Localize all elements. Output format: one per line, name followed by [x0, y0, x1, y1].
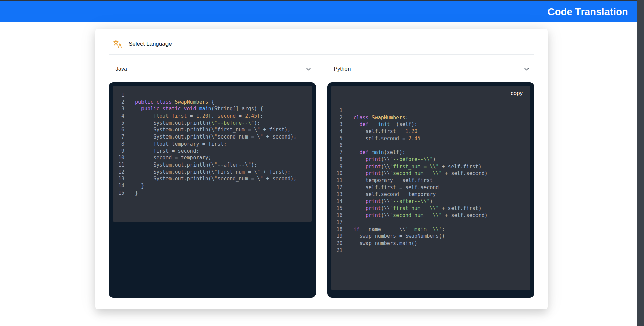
code-token: self.second = temporary [354, 191, 436, 197]
code-token [354, 212, 366, 218]
code-line: 1 [118, 92, 309, 99]
line-number: 3 [336, 121, 343, 128]
code-token: swap_numbers = SwapNumbers() [354, 233, 445, 239]
code-line: 16 print(\\"second_num = \\" + self.seco… [336, 212, 527, 219]
code-token: print [366, 212, 381, 218]
code-token [354, 205, 366, 211]
source-code-area[interactable]: 12public class SwapNumbers {3 public sta… [113, 86, 312, 222]
line-number: 18 [336, 226, 343, 233]
line-number: 5 [336, 135, 343, 142]
code-token [196, 106, 199, 112]
target-language-select[interactable]: Python [327, 62, 535, 75]
code-token: System.out.println(\"second_num = \" + s… [135, 134, 297, 140]
source-language-value: Java [115, 66, 127, 72]
code-token: "second_num = \\" [390, 212, 442, 218]
code-token: (self): [396, 121, 417, 127]
code-token: System.out.println(\"second_num = \" + s… [135, 176, 297, 182]
code-line: 7 System.out.println(\"second_num = \" +… [118, 133, 309, 141]
code-token: 1.20f [196, 113, 211, 119]
line-number: 6 [336, 142, 343, 149]
code-token: if [354, 226, 360, 232]
code-line: 10 print(\\"second_num = \\" + self.seco… [336, 170, 527, 177]
code-token: public static void [141, 106, 196, 112]
code-token: , [211, 113, 217, 119]
code-token: main [199, 106, 211, 112]
translated-code-area[interactable]: copy 12class SwapNumbers:3 def __init__(… [331, 86, 531, 290]
code-line: 14 } [118, 182, 309, 190]
line-number: 7 [336, 149, 343, 156]
code-line: 3 def __init__(self): [336, 121, 527, 128]
line-number: 2 [336, 114, 343, 121]
line-number: 10 [336, 170, 343, 177]
code-token: (\\ [381, 156, 390, 162]
source-language-select[interactable]: Java [109, 62, 316, 75]
app-header: Code Translation [0, 1, 637, 22]
line-number: 14 [336, 198, 343, 205]
code-token [354, 164, 366, 170]
code-token [369, 121, 372, 127]
code-line: 4 self.first = 1.20 [336, 128, 527, 135]
line-number: 10 [118, 154, 124, 161]
code-line: 18if __name__ == \\'__main__\\': [336, 226, 527, 233]
code-token: : [442, 226, 445, 232]
line-number: 6 [118, 126, 124, 133]
code-token: \"--before--\" [211, 120, 254, 126]
window-frame-right [637, 0, 644, 326]
code-token: = [236, 113, 245, 119]
code-token: + self.first) [439, 164, 481, 170]
code-line: 15 print(\\"first_num = \\" + self.first… [336, 205, 527, 212]
line-number: 3 [118, 105, 124, 112]
line-number: 15 [118, 190, 124, 197]
code-token: '__main__\\' [405, 226, 442, 232]
code-line: 11 System.out.println(\"--after--\"); [118, 161, 309, 169]
code-token: "first_num = \\" [390, 205, 439, 211]
code-line: 13 System.out.println(\"second_num = \" … [118, 175, 309, 182]
target-language-value: Python [334, 66, 351, 72]
code-token: self.second = [354, 135, 409, 142]
code-token: def [360, 121, 369, 127]
code-line: 7 def main(self): [336, 149, 527, 156]
code-line: 19 swap_numbers = SwapNumbers() [336, 233, 527, 240]
line-number: 9 [336, 163, 343, 170]
code-token: ); [254, 120, 260, 126]
code-token: temporary = self.first [354, 177, 433, 183]
language-section-header: Select Language [113, 38, 534, 50]
code-line: 13 self.second = temporary [336, 191, 527, 198]
code-line: 4 float first = 1.20f, second = 2.45f; [118, 112, 309, 120]
copy-button[interactable]: copy [511, 90, 523, 97]
code-line: 3 public static void main(String[] args)… [118, 105, 309, 112]
code-token: swap_numbers.main() [354, 240, 418, 246]
code-token: print [366, 205, 381, 211]
line-number: 14 [118, 182, 124, 190]
translation-card: Select Language Java Python 12public cla… [95, 29, 548, 309]
line-number: 19 [336, 233, 343, 240]
code-token: + self.second) [442, 170, 487, 176]
code-token [369, 149, 372, 155]
code-token: float first [153, 113, 187, 119]
code-token [354, 198, 366, 204]
code-token: ) [430, 198, 433, 204]
section-divider [109, 54, 534, 55]
line-number: 2 [118, 99, 124, 106]
code-token: System.out.println(\"first num = \" + fi… [135, 169, 291, 175]
translated-code-editor: copy 12class SwapNumbers:3 def __init__(… [327, 82, 535, 298]
line-number: 1 [336, 107, 343, 114]
code-panels-row: 12public class SwapNumbers {3 public sta… [109, 82, 534, 298]
code-token: "--before--\\" [390, 156, 433, 162]
code-token: (\\ [381, 164, 390, 170]
code-line: 17 [336, 219, 527, 226]
line-number: 11 [118, 161, 124, 169]
code-line: 9 print(\\"first_num = \\" + self.first) [336, 163, 527, 170]
line-number: 13 [118, 175, 124, 182]
code-token: System.out.println( [135, 120, 211, 126]
code-line: 6 [336, 142, 527, 149]
line-number: 13 [336, 191, 343, 198]
line-number: 17 [336, 219, 343, 226]
code-token: __init__ [372, 121, 396, 127]
translate-icon [113, 40, 122, 49]
code-token: self.first = self.second [354, 184, 439, 191]
code-token: : [405, 115, 408, 121]
code-token: float temporary = first; [135, 141, 227, 147]
line-number: 12 [336, 184, 343, 191]
code-line: 8 float temporary = first; [118, 141, 309, 148]
